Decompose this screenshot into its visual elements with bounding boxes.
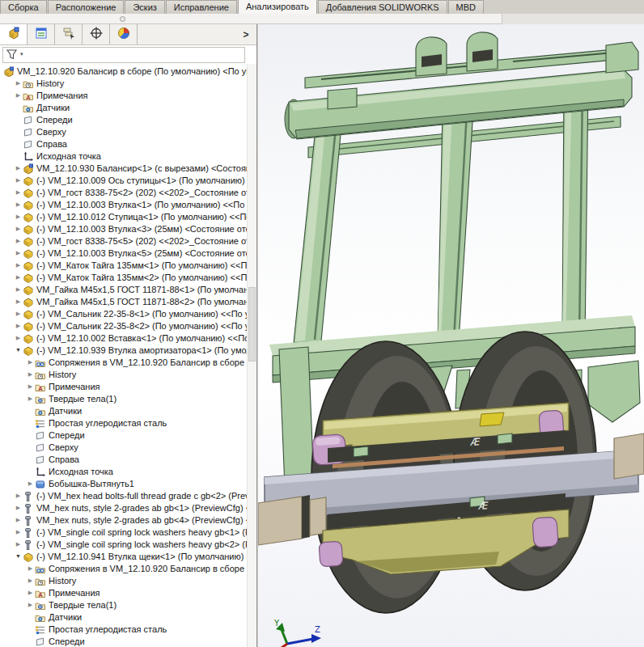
tree-item[interactable]: Исходная точка: [0, 465, 248, 477]
expand-arrow-icon[interactable]: ▶: [14, 323, 23, 329]
tree-item[interactable]: ▶(-) VM_12.10.002 Вставка<1> (По умолчан…: [0, 332, 248, 344]
panel-tab-display-manager[interactable]: [110, 24, 138, 44]
expand-arrow-icon[interactable]: ▶: [26, 359, 35, 366]
expand-arrow-icon[interactable]: ▶: [26, 395, 35, 402]
tree-item[interactable]: Сверху: [0, 125, 248, 137]
panel-tab-property-manager[interactable]: [28, 24, 55, 44]
tree-item[interactable]: Спереди: [0, 635, 248, 647]
tree-item[interactable]: Датчики: [0, 101, 248, 113]
tree-item[interactable]: ▶VM_Гайка M45x1,5 ГОСТ 11871-88<2> (По у…: [0, 295, 248, 307]
tree-item[interactable]: ▶(-) VM_гост 8338-75<2> (202) <<202>_Сос…: [0, 186, 248, 198]
filter-caret-icon[interactable]: ▾: [20, 51, 23, 57]
tree-item[interactable]: ▶(-) VM_hex head bolts-full thread grade…: [0, 489, 248, 501]
expand-arrow-icon[interactable]: ▶: [14, 177, 23, 184]
tree-item[interactable]: ▶(-) VM_single coil spring lock washers …: [0, 526, 248, 538]
tree-item[interactable]: ▶VM_hex nuts, style 2-grades ab gb<4> (P…: [0, 514, 248, 526]
ribbon-collapsed-strip[interactable]: [0, 14, 502, 24]
tree-item[interactable]: ▶History: [0, 77, 248, 89]
expand-arrow-icon[interactable]: ▶: [26, 480, 35, 487]
expand-arrow-icon[interactable]: ▶: [14, 541, 23, 548]
tree-item[interactable]: ▶(-) VM_12.10.009 Ось ступицы<1> (По умо…: [0, 174, 248, 186]
menu-tab-4[interactable]: Исправление: [166, 0, 237, 14]
expand-arrow-icon[interactable]: ▶: [14, 80, 23, 87]
expand-arrow-icon[interactable]: ▶: [14, 493, 23, 499]
tree-item[interactable]: ▶History: [0, 574, 248, 586]
tree-item[interactable]: ▶AПримечания: [0, 89, 248, 101]
tree-item[interactable]: ▶(-) VM_Сальник 22-35-8<1> (По умолчанию…: [0, 307, 248, 319]
collapse-arrow-icon[interactable]: ▼: [14, 347, 23, 353]
expand-arrow-icon[interactable]: ▶: [14, 214, 23, 220]
tree-item[interactable]: ▶(-) VM_12.10.012 Ступица<1> (По умолчан…: [0, 210, 248, 222]
expand-arrow-icon[interactable]: ▶: [14, 286, 23, 293]
expand-arrow-icon[interactable]: ▶: [14, 250, 23, 256]
expand-arrow-icon[interactable]: ▶: [14, 335, 23, 341]
tree-item[interactable]: ▶(-) VM_single coil spring lock washers …: [0, 538, 248, 550]
tree-item[interactable]: ▶(-) VM_12.10.003 Втулка<3> (25мм) <Сост…: [0, 222, 248, 235]
expand-arrow-icon[interactable]: ▶: [14, 517, 23, 523]
expand-arrow-icon[interactable]: ▶: [14, 226, 23, 232]
menu-tab-3[interactable]: Эскиз: [125, 0, 164, 14]
tree-item[interactable]: Датчики: [0, 404, 248, 417]
tree-filter-bar[interactable]: ▾: [2, 47, 245, 63]
tree-item[interactable]: ▶(-) VM_Каток Тайга 135мм<2> (По умолчан…: [0, 271, 248, 283]
3d-model[interactable]: Æ Æ Y: [258, 24, 644, 647]
tree-item[interactable]: Датчики: [0, 611, 248, 623]
tree-item[interactable]: Справа: [0, 453, 248, 465]
menu-tab-1[interactable]: Сборка: [0, 0, 47, 14]
expand-arrow-icon[interactable]: ▶: [26, 602, 35, 608]
tree-item[interactable]: Спереди: [0, 429, 248, 441]
expand-arrow-icon[interactable]: ▶: [26, 577, 35, 584]
menu-tab-6[interactable]: Добавления SOLIDWORKS: [318, 0, 447, 14]
expand-arrow-icon[interactable]: ▶: [14, 189, 23, 196]
expand-arrow-icon[interactable]: ▶: [14, 262, 23, 269]
tree-item[interactable]: ▶AПримечания: [0, 586, 248, 598]
tree-item[interactable]: ▼(-) VM_12.10.941 Втулка щеки<1> (По умо…: [0, 550, 248, 562]
tree-item[interactable]: ▶Твердые тела(1): [0, 392, 248, 404]
tree-item[interactable]: Спереди: [0, 113, 248, 125]
expand-arrow-icon[interactable]: ▶: [14, 92, 23, 99]
tree-item[interactable]: Сверху: [0, 441, 248, 453]
panel-tab-dimxpert-manager[interactable]: [83, 24, 110, 44]
expand-arrow-icon[interactable]: ▶: [26, 383, 35, 390]
expand-arrow-icon[interactable]: ▶: [14, 165, 23, 171]
tree-item[interactable]: ▶History: [0, 368, 248, 380]
tree-item[interactable]: ▶(-) VM_12.10.003 Втулка<1> (По умолчани…: [0, 198, 248, 210]
panel-tab-configuration-manager[interactable]: [55, 24, 83, 44]
expand-arrow-icon[interactable]: ▶: [26, 371, 35, 378]
tree-item[interactable]: ▶Бобышка-Вытянуть1: [0, 477, 248, 489]
tree-item[interactable]: ▶VM_hex nuts, style 2-grades ab gb<1> (P…: [0, 501, 248, 514]
tree-item[interactable]: ▶VM_Гайка M45x1,5 ГОСТ 11871-88<1> (По у…: [0, 283, 248, 295]
expand-arrow-icon[interactable]: ▶: [26, 565, 35, 572]
tree-item[interactable]: ▶(-) VM_Сальник 22-35-8<2> (По умолчанию…: [0, 319, 248, 332]
tree-item[interactable]: Исходная точка: [0, 150, 248, 162]
expand-arrow-icon[interactable]: ▶: [14, 311, 23, 317]
tree-item[interactable]: ▶(-) VM_Каток Тайга 135мм<1> (По умолчан…: [0, 259, 248, 271]
expand-arrow-icon[interactable]: ▶: [14, 201, 23, 208]
tree-item[interactable]: ▶Сопряжения в VM_12.10.920 Балансир в сб…: [0, 356, 248, 368]
menu-tab-5[interactable]: Анализировать: [238, 0, 317, 14]
expand-arrow-icon[interactable]: ▶: [14, 298, 23, 305]
tree-item[interactable]: ▶(-) VM_12.10.003 Втулка<5> (25мм) <Сост…: [0, 247, 248, 259]
expand-arrow-icon[interactable]: ▶: [14, 529, 23, 535]
menu-tab-7[interactable]: MBD: [448, 0, 484, 14]
panel-tab-featuremanager-design-tree[interactable]: [0, 24, 28, 44]
tree-item[interactable]: ▶Твердые тела(1): [0, 598, 248, 611]
tree-scrollbar[interactable]: [247, 64, 256, 647]
tree-item[interactable]: Простая углеродистая сталь: [0, 623, 248, 635]
tree-item[interactable]: Справа: [0, 137, 248, 150]
graphics-viewport[interactable]: Æ Æ Y: [258, 24, 644, 647]
ribbon-expand-handle-icon[interactable]: [120, 16, 125, 22]
menu-tab-2[interactable]: Расположение: [48, 0, 125, 14]
collapse-arrow-icon[interactable]: ▼: [14, 553, 23, 559]
tree-item[interactable]: VM_12.10.920 Балансир в сборе (По умолча…: [0, 65, 248, 77]
tree-item[interactable]: ▶Сопряжения в VM_12.10.920 Балансир в сб…: [0, 562, 248, 574]
expand-arrow-icon[interactable]: ▶: [14, 505, 23, 511]
expand-arrow-icon[interactable]: ▶: [14, 274, 23, 281]
tree-item[interactable]: ▼(-) VM_12.10.939 Втулка амортизатора<1>…: [0, 344, 248, 356]
tree-item[interactable]: ▶AПримечания: [0, 380, 248, 392]
expand-arrow-icon[interactable]: ▶: [26, 590, 35, 596]
expand-arrow-icon[interactable]: ▶: [14, 238, 23, 244]
panel-expand-chevron[interactable]: >: [235, 24, 256, 44]
tree-scrollbar-thumb[interactable]: [248, 287, 256, 362]
tree-item[interactable]: Простая углеродистая сталь: [0, 417, 248, 429]
